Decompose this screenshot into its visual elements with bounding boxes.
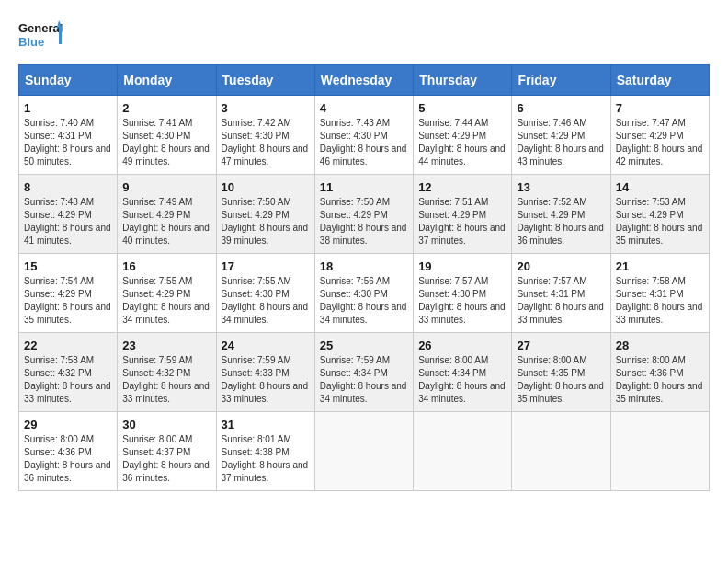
daylight-hours: Daylight: 8 hours and 33 minutes. bbox=[222, 381, 309, 404]
sunrise-time: Sunrise: 7:42 AM bbox=[222, 118, 291, 128]
sunset-time: Sunset: 4:32 PM bbox=[122, 368, 190, 378]
sunrise-time: Sunrise: 8:00 AM bbox=[24, 434, 94, 444]
calendar-table: SundayMondayTuesdayWednesdayThursdayFrid… bbox=[18, 64, 710, 491]
calendar-day-18: 18 Sunrise: 7:56 AM Sunset: 4:30 PM Dayl… bbox=[314, 254, 413, 333]
day-number: 14 bbox=[616, 180, 704, 194]
day-number: 6 bbox=[517, 101, 605, 115]
calendar-day-19: 19 Sunrise: 7:57 AM Sunset: 4:30 PM Dayl… bbox=[414, 254, 512, 333]
day-number: 30 bbox=[122, 418, 210, 431]
sunrise-time: Sunrise: 7:43 AM bbox=[320, 118, 390, 128]
daylight-hours: Daylight: 8 hours and 47 minutes. bbox=[222, 144, 309, 167]
day-info: Sunrise: 7:58 AM Sunset: 4:32 PM Dayligh… bbox=[24, 354, 112, 406]
day-info: Sunrise: 7:49 AM Sunset: 4:29 PM Dayligh… bbox=[122, 196, 210, 247]
calendar-day-9: 9 Sunrise: 7:49 AM Sunset: 4:29 PM Dayli… bbox=[118, 175, 216, 254]
calendar-day-7: 7 Sunrise: 7:47 AM Sunset: 4:29 PM Dayli… bbox=[610, 96, 709, 175]
empty-cell bbox=[314, 412, 413, 491]
sunset-time: Sunset: 4:30 PM bbox=[320, 289, 388, 299]
daylight-hours: Daylight: 8 hours and 38 minutes. bbox=[320, 223, 407, 246]
sunset-time: Sunset: 4:29 PM bbox=[517, 210, 585, 220]
calendar-day-6: 6 Sunrise: 7:46 AM Sunset: 4:29 PM Dayli… bbox=[512, 96, 610, 175]
day-number: 31 bbox=[222, 418, 310, 431]
sunrise-time: Sunrise: 7:56 AM bbox=[320, 276, 390, 286]
calendar-day-17: 17 Sunrise: 7:55 AM Sunset: 4:30 PM Dayl… bbox=[216, 254, 314, 333]
sunrise-time: Sunrise: 8:01 AM bbox=[222, 434, 291, 444]
calendar-day-30: 30 Sunrise: 8:00 AM Sunset: 4:37 PM Dayl… bbox=[118, 412, 216, 491]
day-number: 17 bbox=[222, 259, 310, 273]
sunset-time: Sunset: 4:29 PM bbox=[24, 289, 92, 299]
daylight-hours: Daylight: 8 hours and 37 minutes. bbox=[418, 223, 506, 246]
weekday-header-tuesday: Tuesday bbox=[216, 65, 314, 96]
sunrise-time: Sunrise: 7:49 AM bbox=[122, 197, 192, 207]
daylight-hours: Daylight: 8 hours and 44 minutes. bbox=[418, 144, 506, 167]
daylight-hours: Daylight: 8 hours and 36 minutes. bbox=[122, 460, 210, 483]
svg-text:Blue: Blue bbox=[18, 35, 44, 49]
calendar-day-14: 14 Sunrise: 7:53 AM Sunset: 4:29 PM Dayl… bbox=[610, 175, 709, 254]
calendar-body: 1 Sunrise: 7:40 AM Sunset: 4:31 PM Dayli… bbox=[19, 96, 710, 491]
logo-svg: General Blue bbox=[18, 18, 64, 55]
daylight-hours: Daylight: 8 hours and 43 minutes. bbox=[517, 144, 604, 167]
daylight-hours: Daylight: 8 hours and 34 minutes. bbox=[320, 381, 407, 404]
sunrise-time: Sunrise: 8:00 AM bbox=[616, 355, 686, 365]
calendar-day-27: 27 Sunrise: 8:00 AM Sunset: 4:35 PM Dayl… bbox=[512, 333, 610, 412]
sunset-time: Sunset: 4:30 PM bbox=[222, 289, 290, 299]
day-number: 4 bbox=[320, 101, 408, 115]
sunrise-time: Sunrise: 8:00 AM bbox=[517, 355, 586, 365]
day-info: Sunrise: 7:59 AM Sunset: 4:32 PM Dayligh… bbox=[122, 354, 210, 406]
sunset-time: Sunset: 4:36 PM bbox=[24, 447, 92, 457]
daylight-hours: Daylight: 8 hours and 35 minutes. bbox=[24, 302, 111, 325]
sunrise-time: Sunrise: 7:48 AM bbox=[24, 197, 94, 207]
sunset-time: Sunset: 4:30 PM bbox=[222, 131, 290, 141]
sunrise-time: Sunrise: 7:58 AM bbox=[616, 276, 686, 286]
daylight-hours: Daylight: 8 hours and 33 minutes. bbox=[418, 302, 506, 325]
daylight-hours: Daylight: 8 hours and 35 minutes. bbox=[616, 381, 703, 404]
calendar-day-16: 16 Sunrise: 7:55 AM Sunset: 4:29 PM Dayl… bbox=[118, 254, 216, 333]
day-info: Sunrise: 7:59 AM Sunset: 4:34 PM Dayligh… bbox=[320, 354, 408, 406]
day-info: Sunrise: 7:53 AM Sunset: 4:29 PM Dayligh… bbox=[616, 196, 704, 247]
calendar-day-8: 8 Sunrise: 7:48 AM Sunset: 4:29 PM Dayli… bbox=[19, 175, 118, 254]
sunrise-time: Sunrise: 7:57 AM bbox=[418, 276, 488, 286]
weekday-header-saturday: Saturday bbox=[610, 65, 709, 96]
day-info: Sunrise: 7:57 AM Sunset: 4:30 PM Dayligh… bbox=[418, 275, 506, 327]
day-info: Sunrise: 8:00 AM Sunset: 4:37 PM Dayligh… bbox=[122, 433, 210, 485]
daylight-hours: Daylight: 8 hours and 35 minutes. bbox=[616, 223, 703, 246]
sunset-time: Sunset: 4:29 PM bbox=[222, 210, 290, 220]
day-info: Sunrise: 7:47 AM Sunset: 4:29 PM Dayligh… bbox=[616, 117, 704, 168]
daylight-hours: Daylight: 8 hours and 46 minutes. bbox=[320, 144, 407, 167]
calendar-day-28: 28 Sunrise: 8:00 AM Sunset: 4:36 PM Dayl… bbox=[610, 333, 709, 412]
day-info: Sunrise: 7:40 AM Sunset: 4:31 PM Dayligh… bbox=[24, 117, 112, 168]
sunrise-time: Sunrise: 7:40 AM bbox=[24, 118, 94, 128]
day-number: 10 bbox=[222, 180, 310, 194]
weekday-row: SundayMondayTuesdayWednesdayThursdayFrid… bbox=[19, 65, 710, 96]
sunset-time: Sunset: 4:34 PM bbox=[320, 368, 388, 378]
calendar-day-2: 2 Sunrise: 7:41 AM Sunset: 4:30 PM Dayli… bbox=[118, 96, 216, 175]
day-number: 26 bbox=[418, 339, 506, 352]
day-info: Sunrise: 7:52 AM Sunset: 4:29 PM Dayligh… bbox=[517, 196, 605, 247]
day-info: Sunrise: 7:50 AM Sunset: 4:29 PM Dayligh… bbox=[320, 196, 408, 247]
day-number: 15 bbox=[24, 259, 112, 273]
day-number: 9 bbox=[122, 180, 210, 194]
sunset-time: Sunset: 4:29 PM bbox=[24, 210, 92, 220]
calendar-week-2: 8 Sunrise: 7:48 AM Sunset: 4:29 PM Dayli… bbox=[19, 175, 710, 254]
sunrise-time: Sunrise: 7:47 AM bbox=[616, 118, 686, 128]
day-number: 5 bbox=[418, 101, 506, 115]
weekday-header-sunday: Sunday bbox=[19, 65, 118, 96]
day-number: 19 bbox=[418, 259, 506, 273]
day-number: 1 bbox=[24, 101, 112, 115]
sunrise-time: Sunrise: 7:41 AM bbox=[122, 118, 192, 128]
daylight-hours: Daylight: 8 hours and 34 minutes. bbox=[122, 302, 210, 325]
day-number: 16 bbox=[122, 259, 210, 273]
day-info: Sunrise: 7:41 AM Sunset: 4:30 PM Dayligh… bbox=[122, 117, 210, 168]
day-info: Sunrise: 8:00 AM Sunset: 4:36 PM Dayligh… bbox=[24, 433, 112, 485]
calendar-day-29: 29 Sunrise: 8:00 AM Sunset: 4:36 PM Dayl… bbox=[19, 412, 118, 491]
daylight-hours: Daylight: 8 hours and 35 minutes. bbox=[517, 381, 604, 404]
weekday-header-monday: Monday bbox=[118, 65, 216, 96]
daylight-hours: Daylight: 8 hours and 34 minutes. bbox=[320, 302, 407, 325]
sunrise-time: Sunrise: 7:46 AM bbox=[517, 118, 586, 128]
day-number: 2 bbox=[122, 101, 210, 115]
sunrise-time: Sunrise: 7:59 AM bbox=[222, 355, 291, 365]
svg-text:General: General bbox=[18, 21, 63, 35]
day-number: 8 bbox=[24, 180, 112, 194]
day-info: Sunrise: 8:00 AM Sunset: 4:34 PM Dayligh… bbox=[418, 354, 506, 406]
sunset-time: Sunset: 4:31 PM bbox=[616, 289, 684, 299]
page-header: General Blue bbox=[18, 18, 710, 55]
